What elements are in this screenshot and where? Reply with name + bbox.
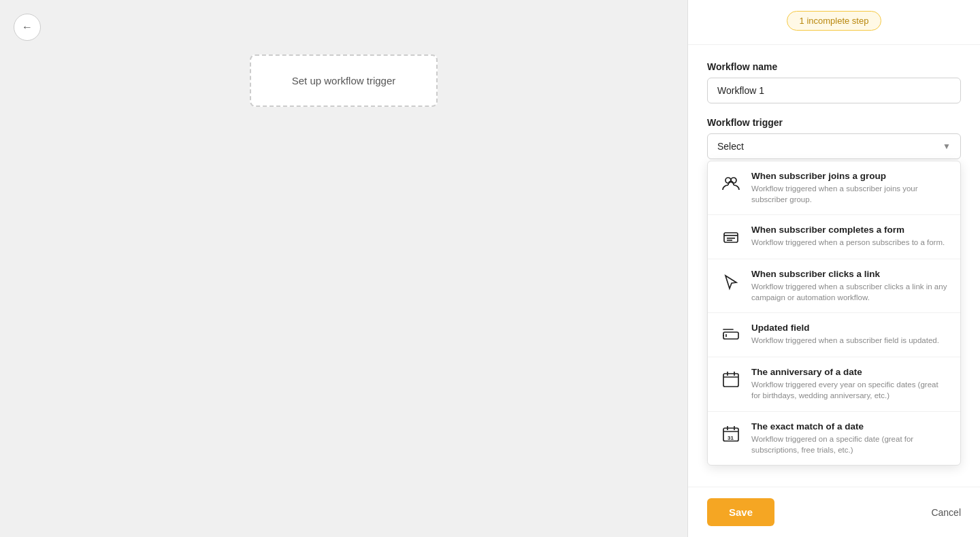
workflow-name-label: Workflow name bbox=[707, 61, 961, 72]
trigger-option-desc-5: Workflow triggered on a specific date (g… bbox=[751, 434, 949, 455]
cancel-label: Cancel bbox=[931, 507, 961, 518]
select-placeholder: Select bbox=[717, 141, 744, 152]
canvas-area: ← Set up workflow trigger bbox=[0, 0, 687, 537]
cancel-button[interactable]: Cancel bbox=[931, 507, 961, 518]
incomplete-badge-row: 1 incomplete step bbox=[688, 0, 980, 45]
panel-footer: Save Cancel bbox=[688, 487, 980, 537]
save-button[interactable]: Save bbox=[707, 498, 774, 526]
trigger-option-desc-4: Workflow triggered every year on specifi… bbox=[751, 379, 949, 401]
back-icon: ← bbox=[22, 21, 33, 33]
select-container: Select ▼ When subscriber joins a group W… bbox=[707, 133, 961, 159]
trigger-box[interactable]: Set up workflow trigger bbox=[250, 54, 438, 107]
trigger-option-title-1: When subscriber completes a form bbox=[751, 225, 949, 235]
trigger-option-icon-2 bbox=[719, 269, 743, 293]
trigger-option-title-4: The anniversary of a date bbox=[751, 367, 949, 377]
trigger-option-desc-2: Workflow triggered when a subscriber cli… bbox=[751, 281, 949, 303]
trigger-option-icon-3 bbox=[719, 323, 743, 347]
back-button[interactable]: ← bbox=[14, 14, 41, 41]
chevron-down-icon: ▼ bbox=[943, 142, 951, 151]
trigger-option-icon-5: 31 bbox=[719, 421, 743, 446]
svg-rect-9 bbox=[723, 374, 738, 387]
trigger-option-icon-1 bbox=[719, 225, 743, 249]
trigger-box-label: Set up workflow trigger bbox=[292, 75, 396, 86]
trigger-option-icon-4 bbox=[719, 367, 743, 391]
trigger-option-icon-0 bbox=[719, 171, 743, 195]
dropdown-item[interactable]: Updated field Workflow triggered when a … bbox=[708, 313, 960, 357]
svg-point-1 bbox=[731, 178, 736, 183]
trigger-option-title-0: When subscriber joins a group bbox=[751, 171, 949, 181]
trigger-option-desc-3: Workflow triggered when a subscriber fie… bbox=[751, 335, 949, 346]
svg-rect-2 bbox=[724, 233, 738, 242]
dropdown-item[interactable]: When subscriber completes a form Workflo… bbox=[708, 215, 960, 259]
svg-text:31: 31 bbox=[728, 435, 734, 441]
workflow-trigger-label: Workflow trigger bbox=[707, 117, 961, 128]
trigger-option-desc-1: Workflow triggered when a person subscri… bbox=[751, 237, 949, 248]
trigger-option-desc-0: Workflow triggered when a subscriber joi… bbox=[751, 183, 949, 205]
dropdown-item[interactable]: 31 The exact match of a date Workflow tr… bbox=[708, 412, 960, 465]
dropdown-item[interactable]: When subscriber clicks a link Workflow t… bbox=[708, 259, 960, 313]
dropdown-item[interactable]: When subscriber joins a group Workflow t… bbox=[708, 161, 960, 215]
workflow-name-input[interactable] bbox=[707, 78, 961, 103]
svg-point-0 bbox=[725, 178, 731, 183]
save-label: Save bbox=[729, 506, 753, 518]
dropdown-menu: When subscriber joins a group Workflow t… bbox=[707, 161, 961, 466]
right-panel: 1 incomplete step Workflow name Workflow… bbox=[687, 0, 980, 537]
dropdown-item[interactable]: The anniversary of a date Workflow trigg… bbox=[708, 357, 960, 411]
trigger-option-title-5: The exact match of a date bbox=[751, 421, 949, 432]
select-trigger[interactable]: Select ▼ bbox=[707, 133, 961, 159]
trigger-option-title-2: When subscriber clicks a link bbox=[751, 269, 949, 279]
trigger-option-title-3: Updated field bbox=[751, 323, 949, 333]
panel-content: Workflow name Workflow trigger Select ▼ … bbox=[688, 45, 980, 487]
incomplete-badge: 1 incomplete step bbox=[787, 11, 882, 31]
